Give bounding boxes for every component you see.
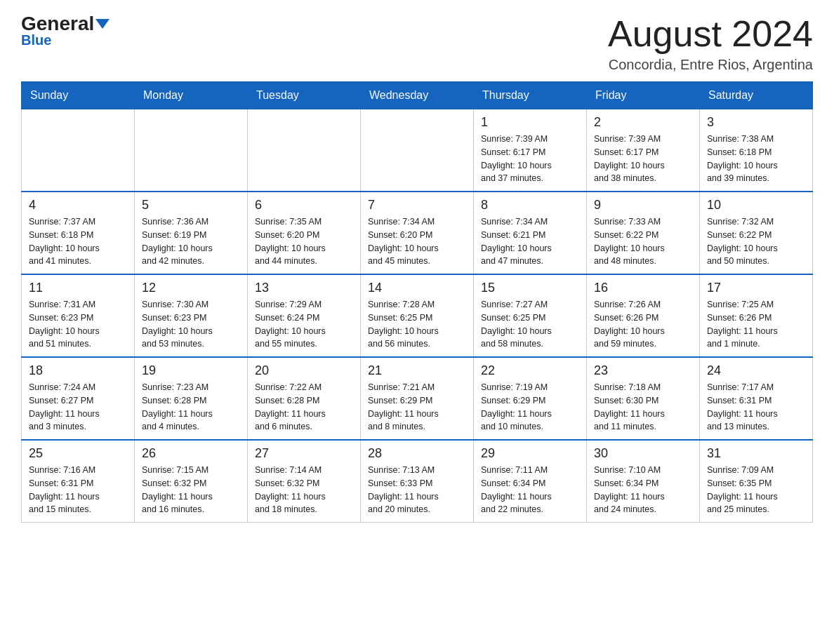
calendar-day-cell: 22Sunrise: 7:19 AMSunset: 6:29 PMDayligh… [474,357,587,440]
calendar-week-row: 11Sunrise: 7:31 AMSunset: 6:23 PMDayligh… [22,274,813,357]
day-number: 28 [368,446,466,461]
calendar-day-cell: 21Sunrise: 7:21 AMSunset: 6:29 PMDayligh… [361,357,474,440]
page-header: General Blue August 2024 Concordia, Entr… [21,14,813,73]
calendar-day-cell: 13Sunrise: 7:29 AMSunset: 6:24 PMDayligh… [248,274,361,357]
calendar-day-cell: 7Sunrise: 7:34 AMSunset: 6:20 PMDaylight… [361,192,474,274]
day-number: 17 [707,281,805,295]
sun-info: Sunrise: 7:39 AMSunset: 6:17 PMDaylight:… [481,133,579,185]
sun-info: Sunrise: 7:34 AMSunset: 6:21 PMDaylight:… [481,215,579,268]
sun-info: Sunrise: 7:29 AMSunset: 6:24 PMDaylight:… [255,298,353,351]
sun-info: Sunrise: 7:25 AMSunset: 6:26 PMDaylight:… [707,298,805,351]
calendar-header-row: SundayMondayTuesdayWednesdayThursdayFrid… [22,82,813,109]
sun-info: Sunrise: 7:28 AMSunset: 6:25 PMDaylight:… [368,298,466,351]
sun-info: Sunrise: 7:27 AMSunset: 6:25 PMDaylight:… [481,298,579,351]
sun-info: Sunrise: 7:35 AMSunset: 6:20 PMDaylight:… [255,215,353,268]
day-number: 18 [29,363,127,378]
calendar-header-day: Thursday [474,82,587,109]
sun-info: Sunrise: 7:16 AMSunset: 6:31 PMDaylight:… [29,464,127,516]
calendar-day-cell: 31Sunrise: 7:09 AMSunset: 6:35 PMDayligh… [700,440,813,523]
day-number: 3 [707,115,805,130]
sun-info: Sunrise: 7:17 AMSunset: 6:31 PMDaylight:… [707,381,805,434]
sun-info: Sunrise: 7:22 AMSunset: 6:28 PMDaylight:… [255,381,353,434]
sun-info: Sunrise: 7:39 AMSunset: 6:17 PMDaylight:… [594,133,692,185]
calendar-week-row: 4Sunrise: 7:37 AMSunset: 6:18 PMDaylight… [22,192,813,274]
day-number: 26 [142,446,240,461]
calendar-header-day: Friday [587,82,700,109]
calendar-day-cell: 9Sunrise: 7:33 AMSunset: 6:22 PMDaylight… [587,192,700,274]
day-number: 30 [594,446,692,461]
day-number: 4 [29,198,127,213]
day-number: 14 [368,281,466,295]
day-number: 20 [255,363,353,378]
sun-info: Sunrise: 7:09 AMSunset: 6:35 PMDaylight:… [707,464,805,516]
calendar-day-cell: 29Sunrise: 7:11 AMSunset: 6:34 PMDayligh… [474,440,587,523]
day-number: 16 [594,281,692,295]
sun-info: Sunrise: 7:36 AMSunset: 6:19 PMDaylight:… [142,215,240,268]
title-area: August 2024 Concordia, Entre Rios, Argen… [608,14,813,73]
day-number: 7 [368,198,466,213]
day-number: 11 [29,281,127,295]
calendar-day-cell: 5Sunrise: 7:36 AMSunset: 6:19 PMDaylight… [135,192,248,274]
calendar-day-cell: 24Sunrise: 7:17 AMSunset: 6:31 PMDayligh… [700,357,813,440]
calendar-day-cell: 12Sunrise: 7:30 AMSunset: 6:23 PMDayligh… [135,274,248,357]
day-number: 19 [142,363,240,378]
calendar-week-row: 18Sunrise: 7:24 AMSunset: 6:27 PMDayligh… [22,357,813,440]
day-number: 12 [142,281,240,295]
sun-info: Sunrise: 7:15 AMSunset: 6:32 PMDaylight:… [142,464,240,516]
sun-info: Sunrise: 7:10 AMSunset: 6:34 PMDaylight:… [594,464,692,516]
calendar-day-cell: 8Sunrise: 7:34 AMSunset: 6:21 PMDaylight… [474,192,587,274]
calendar-day-cell: 16Sunrise: 7:26 AMSunset: 6:26 PMDayligh… [587,274,700,357]
calendar-header-day: Monday [135,82,248,109]
calendar-week-row: 1Sunrise: 7:39 AMSunset: 6:17 PMDaylight… [22,109,813,192]
day-number: 25 [29,446,127,461]
calendar-day-cell: 26Sunrise: 7:15 AMSunset: 6:32 PMDayligh… [135,440,248,523]
day-number: 22 [481,363,579,378]
calendar-day-cell: 23Sunrise: 7:18 AMSunset: 6:30 PMDayligh… [587,357,700,440]
calendar-day-cell: 2Sunrise: 7:39 AMSunset: 6:17 PMDaylight… [587,109,700,192]
calendar-day-cell: 18Sunrise: 7:24 AMSunset: 6:27 PMDayligh… [22,357,135,440]
day-number: 10 [707,198,805,213]
day-number: 21 [368,363,466,378]
calendar-day-cell: 11Sunrise: 7:31 AMSunset: 6:23 PMDayligh… [22,274,135,357]
day-number: 31 [707,446,805,461]
calendar-day-cell: 4Sunrise: 7:37 AMSunset: 6:18 PMDaylight… [22,192,135,274]
sun-info: Sunrise: 7:23 AMSunset: 6:28 PMDaylight:… [142,381,240,434]
day-number: 5 [142,198,240,213]
day-number: 24 [707,363,805,378]
logo-text: General [21,14,110,34]
day-number: 1 [481,115,579,130]
day-number: 27 [255,446,353,461]
calendar-day-cell: 20Sunrise: 7:22 AMSunset: 6:28 PMDayligh… [248,357,361,440]
sun-info: Sunrise: 7:13 AMSunset: 6:33 PMDaylight:… [368,464,466,516]
calendar-day-cell: 28Sunrise: 7:13 AMSunset: 6:33 PMDayligh… [361,440,474,523]
calendar-day-cell: 17Sunrise: 7:25 AMSunset: 6:26 PMDayligh… [700,274,813,357]
calendar-day-cell: 19Sunrise: 7:23 AMSunset: 6:28 PMDayligh… [135,357,248,440]
sun-info: Sunrise: 7:31 AMSunset: 6:23 PMDaylight:… [29,298,127,351]
calendar-day-cell [361,109,474,192]
sun-info: Sunrise: 7:14 AMSunset: 6:32 PMDaylight:… [255,464,353,516]
sun-info: Sunrise: 7:37 AMSunset: 6:18 PMDaylight:… [29,215,127,268]
month-title: August 2024 [608,14,813,54]
sun-info: Sunrise: 7:32 AMSunset: 6:22 PMDaylight:… [707,215,805,268]
calendar-day-cell: 27Sunrise: 7:14 AMSunset: 6:32 PMDayligh… [248,440,361,523]
sun-info: Sunrise: 7:30 AMSunset: 6:23 PMDaylight:… [142,298,240,351]
logo-triangle-icon [95,19,110,29]
calendar-day-cell: 30Sunrise: 7:10 AMSunset: 6:34 PMDayligh… [587,440,700,523]
day-number: 13 [255,281,353,295]
calendar-day-cell [22,109,135,192]
calendar-header-day: Sunday [22,82,135,109]
sun-info: Sunrise: 7:21 AMSunset: 6:29 PMDaylight:… [368,381,466,434]
day-number: 9 [594,198,692,213]
day-number: 6 [255,198,353,213]
sun-info: Sunrise: 7:33 AMSunset: 6:22 PMDaylight:… [594,215,692,268]
day-number: 15 [481,281,579,295]
day-number: 8 [481,198,579,213]
calendar-table: SundayMondayTuesdayWednesdayThursdayFrid… [21,81,813,523]
sun-info: Sunrise: 7:24 AMSunset: 6:27 PMDaylight:… [29,381,127,434]
location-title: Concordia, Entre Rios, Argentina [608,57,813,73]
calendar-day-cell: 6Sunrise: 7:35 AMSunset: 6:20 PMDaylight… [248,192,361,274]
calendar-header-day: Tuesday [248,82,361,109]
calendar-header-day: Wednesday [361,82,474,109]
calendar-day-cell: 10Sunrise: 7:32 AMSunset: 6:22 PMDayligh… [700,192,813,274]
day-number: 29 [481,446,579,461]
